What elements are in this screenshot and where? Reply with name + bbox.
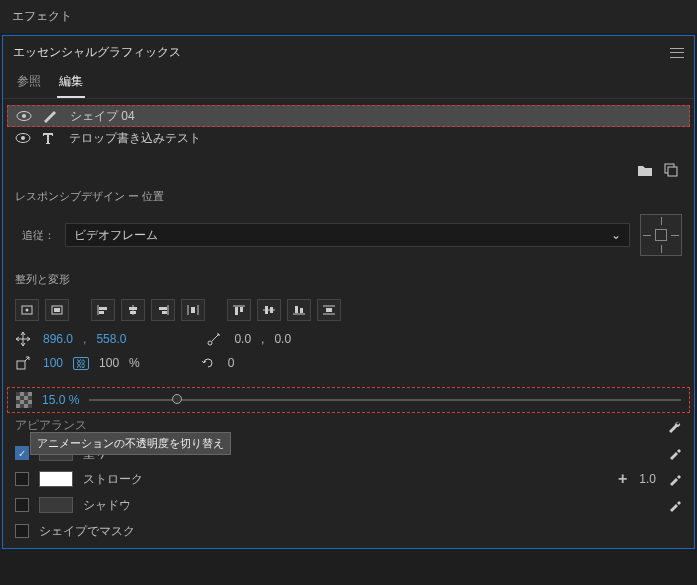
- svg-rect-9: [54, 308, 60, 312]
- stroke-label: ストローク: [83, 471, 608, 488]
- position-y[interactable]: 558.0: [96, 332, 126, 346]
- mask-label: シェイプでマスク: [39, 523, 682, 540]
- position-row: 896.0 , 558.0 0.0 , 0.0: [15, 327, 682, 351]
- fill-checkbox[interactable]: ✓: [15, 446, 29, 460]
- opacity-icon: [16, 392, 32, 408]
- panel-title: エッセンシャルグラフィックス: [13, 44, 181, 61]
- essential-graphics-panel: エッセンシャルグラフィックス 参照 編集 シェイプ 04 テロップ書き込みテスト: [2, 35, 695, 549]
- responsive-design-section: レスポンシブデザイン ー 位置 追従： ビデオフレーム ⌄: [3, 183, 694, 266]
- svg-rect-18: [162, 311, 167, 314]
- svg-rect-17: [159, 307, 167, 310]
- panel-tabs: 参照 編集: [3, 65, 694, 99]
- svg-rect-15: [130, 311, 136, 314]
- opacity-slider[interactable]: [89, 399, 681, 401]
- layer-row[interactable]: シェイプ 04: [7, 105, 690, 127]
- mask-checkbox[interactable]: [15, 524, 29, 538]
- align-distribute-v[interactable]: [317, 299, 341, 321]
- layer-name: テロップ書き込みテスト: [69, 130, 682, 147]
- visibility-toggle-icon[interactable]: [16, 110, 32, 122]
- section-label: 整列と変形: [15, 272, 682, 293]
- align-top[interactable]: [227, 299, 251, 321]
- scale-h[interactable]: 100: [99, 356, 119, 370]
- align-buttons: [15, 293, 682, 327]
- section-label: レスポンシブデザイン ー 位置: [15, 189, 682, 210]
- panel-menu-icon[interactable]: [670, 48, 684, 58]
- track-dropdown[interactable]: ビデオフレーム ⌄: [65, 223, 630, 247]
- svg-rect-23: [235, 307, 238, 315]
- align-right[interactable]: [151, 299, 175, 321]
- dropdown-value: ビデオフレーム: [74, 227, 158, 244]
- align-left[interactable]: [91, 299, 115, 321]
- stroke-row: ストローク + 1.0: [15, 466, 682, 492]
- tab-edit[interactable]: 編集: [57, 69, 85, 98]
- scale-row: 100 ⛓ 100 % 0: [15, 351, 682, 375]
- anchor-x[interactable]: 0.0: [234, 332, 251, 346]
- layer-row[interactable]: テロップ書き込みテスト: [7, 127, 690, 149]
- chevron-down-icon: ⌄: [611, 228, 621, 242]
- new-item-icon[interactable]: [662, 161, 680, 179]
- pin-widget[interactable]: [640, 214, 682, 256]
- mask-row: シェイプでマスク: [15, 518, 682, 544]
- pen-icon: [42, 109, 60, 123]
- new-folder-icon[interactable]: [636, 161, 654, 179]
- align-group-1[interactable]: [15, 299, 39, 321]
- svg-rect-21: [191, 307, 195, 313]
- svg-rect-11: [99, 307, 107, 310]
- tab-browse[interactable]: 参照: [15, 69, 43, 98]
- svg-point-1: [22, 114, 26, 118]
- anchor-icon: [206, 331, 224, 347]
- svg-rect-27: [270, 307, 273, 313]
- visibility-toggle-icon[interactable]: [15, 132, 31, 144]
- svg-point-7: [26, 309, 29, 312]
- scale-unit: %: [129, 356, 140, 370]
- eyedropper-icon[interactable]: [668, 446, 682, 460]
- align-hcenter[interactable]: [121, 299, 145, 321]
- stroke-checkbox[interactable]: [15, 472, 29, 486]
- eyedropper-icon[interactable]: [668, 498, 682, 512]
- svg-rect-30: [300, 308, 303, 313]
- align-transform-section: 整列と変形 896.0 , 558.0 0.: [3, 266, 694, 381]
- layer-name: シェイプ 04: [70, 108, 681, 125]
- opacity-row: 15.0 %: [7, 387, 690, 413]
- shadow-label: シャドウ: [83, 497, 658, 514]
- separator: ,: [261, 332, 264, 346]
- shadow-checkbox[interactable]: [15, 498, 29, 512]
- svg-rect-14: [129, 307, 137, 310]
- svg-rect-12: [99, 311, 104, 314]
- link-scale-icon[interactable]: ⛓: [73, 357, 89, 370]
- svg-rect-35: [17, 361, 25, 369]
- svg-point-3: [21, 136, 25, 140]
- align-group-2[interactable]: [45, 299, 69, 321]
- settings-icon[interactable]: [666, 418, 682, 434]
- layers-list: シェイプ 04 テロップ書き込みテスト: [7, 105, 690, 149]
- svg-rect-5: [668, 167, 677, 176]
- shadow-swatch[interactable]: [39, 497, 73, 513]
- position-icon: [15, 331, 33, 347]
- scale-icon: [15, 355, 33, 371]
- align-vcenter[interactable]: [257, 299, 281, 321]
- rotation-value[interactable]: 0: [228, 356, 235, 370]
- shadow-row: シャドウ: [15, 492, 682, 518]
- svg-point-34: [208, 341, 212, 345]
- add-stroke-icon[interactable]: +: [618, 470, 627, 488]
- svg-rect-24: [240, 307, 243, 312]
- text-icon: [41, 131, 59, 145]
- position-x[interactable]: 896.0: [43, 332, 73, 346]
- svg-rect-26: [265, 306, 268, 314]
- track-label: 追従：: [15, 228, 55, 243]
- svg-rect-29: [295, 306, 298, 313]
- anchor-y[interactable]: 0.0: [274, 332, 291, 346]
- eyedropper-icon[interactable]: [668, 472, 682, 486]
- tooltip: アニメーションの不透明度を切り替え: [30, 432, 231, 455]
- scale-w[interactable]: 100: [43, 356, 63, 370]
- opacity-value[interactable]: 15.0 %: [42, 393, 79, 407]
- effects-tab[interactable]: エフェクト: [0, 0, 697, 33]
- align-bottom[interactable]: [287, 299, 311, 321]
- slider-thumb[interactable]: [172, 394, 182, 404]
- stroke-swatch[interactable]: [39, 471, 73, 487]
- svg-rect-33: [326, 308, 332, 312]
- align-distribute-h[interactable]: [181, 299, 205, 321]
- stroke-width[interactable]: 1.0: [639, 472, 656, 486]
- separator: ,: [83, 332, 86, 346]
- rotation-icon: [200, 355, 218, 371]
